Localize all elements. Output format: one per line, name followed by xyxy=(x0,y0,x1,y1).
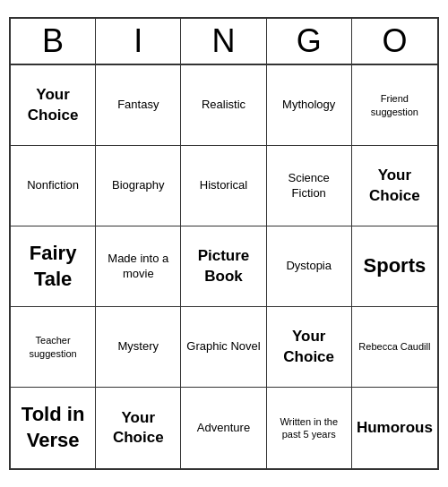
bingo-cell-3: Mythology xyxy=(267,65,352,146)
cell-text-8: Science Fiction xyxy=(271,171,348,201)
bingo-cell-8: Science Fiction xyxy=(267,146,352,226)
bingo-cell-24: Humorous xyxy=(352,388,437,468)
cell-text-24: Humorous xyxy=(357,418,433,438)
cell-text-16: Mystery xyxy=(118,339,159,355)
cell-text-19: Rebecca Caudill xyxy=(358,340,430,353)
cell-text-3: Mythology xyxy=(282,98,335,113)
cell-text-9: Your Choice xyxy=(356,166,434,205)
bingo-cell-12: Picture Book xyxy=(181,226,266,307)
bingo-cell-23: Written in the past 5 years xyxy=(267,388,352,468)
bingo-cell-19: Rebecca Caudill xyxy=(352,307,437,388)
bingo-cell-17: Graphic Novel xyxy=(181,307,266,388)
bingo-cell-5: Nonfiction xyxy=(11,146,96,226)
bingo-cell-13: Dystopia xyxy=(267,226,352,307)
bingo-cell-10: Fairy Tale xyxy=(11,226,96,307)
bingo-letter-o: O xyxy=(352,19,437,64)
bingo-cell-6: Biography xyxy=(96,146,181,226)
bingo-cell-20: Told in Verse xyxy=(11,388,96,468)
bingo-cell-1: Fantasy xyxy=(96,65,181,146)
bingo-letter-g: G xyxy=(267,19,352,64)
bingo-letter-b: B xyxy=(11,19,96,64)
cell-text-23: Written in the past 5 years xyxy=(271,415,348,441)
cell-text-22: Adventure xyxy=(197,421,250,436)
cell-text-14: Sports xyxy=(364,253,426,279)
bingo-card: BINGO Your ChoiceFantasyRealisticMytholo… xyxy=(9,17,439,470)
cell-text-7: Historical xyxy=(200,178,247,193)
bingo-cell-18: Your Choice xyxy=(267,307,352,388)
bingo-header: BINGO xyxy=(11,19,437,65)
bingo-grid: Your ChoiceFantasyRealisticMythologyFrie… xyxy=(11,65,437,468)
cell-text-11: Made into a movie xyxy=(99,252,177,282)
cell-text-18: Your Choice xyxy=(271,327,348,366)
bingo-letter-i: I xyxy=(96,19,181,64)
bingo-cell-9: Your Choice xyxy=(352,146,437,226)
cell-text-21: Your Choice xyxy=(99,408,177,448)
cell-text-17: Graphic Novel xyxy=(186,339,260,355)
cell-text-12: Picture Book xyxy=(185,246,262,286)
bingo-cell-11: Made into a movie xyxy=(96,226,181,307)
bingo-cell-14: Sports xyxy=(352,226,437,307)
bingo-cell-7: Historical xyxy=(181,146,266,226)
cell-text-20: Told in Verse xyxy=(14,402,91,453)
bingo-cell-0: Your Choice xyxy=(11,65,96,146)
cell-text-15: Teacher suggestion xyxy=(14,334,91,360)
bingo-letter-n: N xyxy=(181,19,266,64)
cell-text-5: Nonfiction xyxy=(27,178,79,193)
bingo-cell-16: Mystery xyxy=(96,307,181,388)
bingo-cell-2: Realistic xyxy=(181,65,266,146)
cell-text-2: Realistic xyxy=(202,98,246,113)
cell-text-10: Fairy Tale xyxy=(14,241,91,292)
bingo-cell-15: Teacher suggestion xyxy=(11,307,96,388)
bingo-cell-22: Adventure xyxy=(181,388,266,468)
cell-text-1: Fantasy xyxy=(117,98,159,113)
cell-text-13: Dystopia xyxy=(286,259,332,274)
bingo-cell-21: Your Choice xyxy=(96,388,181,468)
cell-text-0: Your Choice xyxy=(14,85,91,124)
bingo-cell-4: Friend suggestion xyxy=(352,65,437,146)
cell-text-4: Friend suggestion xyxy=(356,92,434,118)
cell-text-6: Biography xyxy=(112,178,165,193)
